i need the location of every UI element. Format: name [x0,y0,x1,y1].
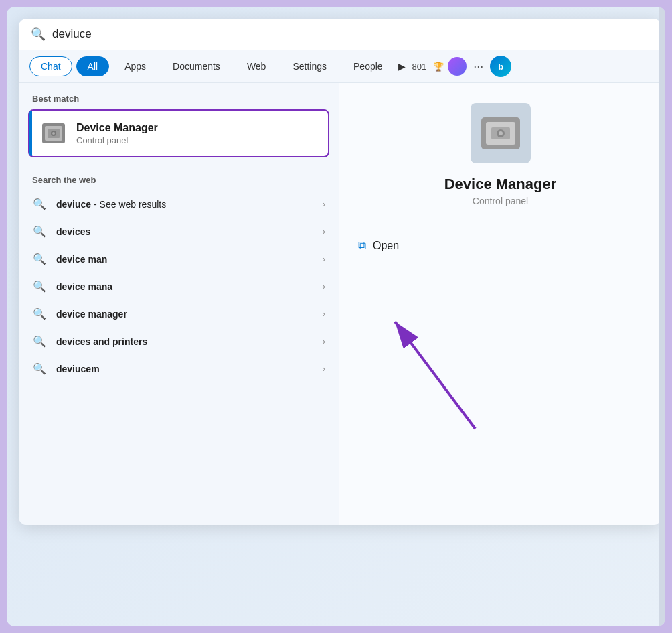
svg-point-4 [52,132,55,135]
chevron-right-icon: › [323,281,325,291]
score-badge: 801 [412,62,427,72]
bing-icon: b [498,62,503,72]
left-panel: Best match Device Manage [19,83,339,525]
main-content: Best match Device Manage [19,83,661,525]
search-overlay: 🔍 Chat All Apps Documents Web Settings P… [7,7,665,626]
filter-tabs-bar: Chat All Apps Documents Web Settings Peo… [19,50,661,83]
detail-app-subtitle: Control panel [473,196,528,206]
tab-all[interactable]: All [76,56,110,76]
open-external-icon: ⧉ [358,239,366,253]
device-manager-icon [40,120,67,147]
open-label: Open [373,240,399,252]
best-match-name: Device Manager [76,122,317,134]
best-match-item[interactable]: Device Manager Control panel [28,109,329,157]
list-item[interactable]: 🔍 device mana › [23,273,335,300]
chevron-right-icon: › [323,226,325,236]
web-search-row-text-0: deviuce - See web results [56,199,313,210]
best-match-text: Device Manager Control panel [76,122,317,145]
web-search-row-text-3: device mana [56,281,313,292]
search-input[interactable] [52,27,649,41]
list-item[interactable]: 🔍 devices › [23,218,335,245]
user-avatar[interactable] [448,57,467,76]
chevron-right-icon: › [323,199,325,209]
search-bar: 🔍 [19,19,661,50]
web-search-row-text-4: device manager [56,309,313,320]
detail-actions: ⧉ Open [355,232,645,259]
search-row-icon: 🔍 [32,362,47,375]
search-row-icon: 🔍 [32,198,47,210]
tab-chat[interactable]: Chat [29,56,72,76]
tab-people[interactable]: People [342,56,394,76]
search-icon: 🔍 [31,27,46,42]
list-item[interactable]: 🔍 device manager › [23,300,335,328]
tab-web[interactable]: Web [236,56,278,76]
svg-point-9 [499,131,503,135]
best-match-accent-bar [29,111,32,156]
list-item[interactable]: 🔍 deviuce - See web results › [23,190,335,218]
list-item[interactable]: 🔍 device man › [23,245,335,273]
best-match-label: Best match [19,83,339,109]
play-icon: ▶ [398,61,406,72]
detail-divider [355,220,645,220]
chevron-right-icon: › [323,254,325,264]
web-search-row-text-1: devices [56,226,313,237]
web-search-row-text-2: device man [56,254,313,265]
tab-apps[interactable]: Apps [113,56,157,76]
more-options-button[interactable]: ··· [471,60,486,74]
chevron-right-icon: › [323,364,325,374]
search-row-icon: 🔍 [32,280,47,293]
best-match-subtitle: Control panel [76,135,317,145]
scrollbar[interactable] [659,7,665,626]
chevron-right-icon: › [323,309,325,319]
tab-documents[interactable]: Documents [161,56,232,76]
chevron-right-icon: › [323,336,325,346]
tab-settings[interactable]: Settings [281,56,338,76]
web-search-row-text-6: deviucem [56,364,313,374]
search-row-icon: 🔍 [32,253,47,265]
web-search-row-text-5: devices and printers [56,336,313,347]
trophy-icon: 🏆 [433,62,444,72]
search-panel: 🔍 Chat All Apps Documents Web Settings P… [19,19,661,525]
web-search-section: 🔍 deviuce - See web results › 🔍 devices … [19,190,339,382]
open-action-row[interactable]: ⧉ Open [355,232,645,259]
bing-button[interactable]: b [490,56,511,77]
web-search-label: Search the web [19,164,339,190]
list-item[interactable]: 🔍 deviucem › [23,355,335,382]
list-item[interactable]: 🔍 devices and printers › [23,328,335,355]
search-row-icon: 🔍 [32,225,47,238]
detail-app-icon [471,103,531,163]
right-detail-panel: Device Manager Control panel ⧉ Open [339,83,661,525]
search-row-icon: 🔍 [32,307,47,320]
detail-app-name: Device Manager [444,175,557,193]
search-row-icon: 🔍 [32,335,47,348]
